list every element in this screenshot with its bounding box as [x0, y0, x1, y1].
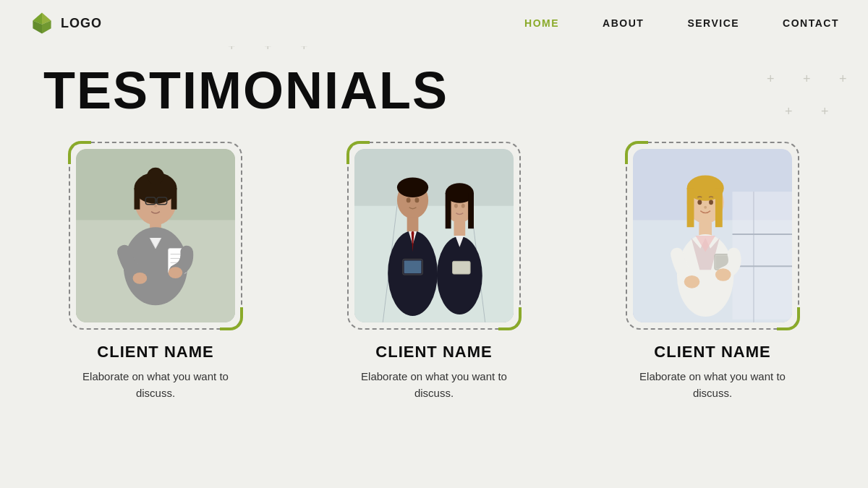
svg-point-42: [454, 204, 458, 208]
svg-point-56: [709, 200, 713, 205]
svg-rect-54: [715, 188, 723, 227]
client-description-2: Elaborate on what you want to discuss.: [354, 369, 514, 401]
navbar: LOGO HOME ABOUT SERVICE CONTACT: [0, 0, 868, 46]
svg-point-22: [133, 273, 148, 284]
svg-point-62: [684, 275, 700, 288]
logo-area[interactable]: LOGO: [29, 10, 102, 36]
nav-about[interactable]: ABOUT: [603, 17, 644, 29]
svg-point-32: [407, 197, 411, 202]
client-description-1: Elaborate on what you want to discuss.: [76, 369, 235, 401]
svg-point-29: [397, 177, 428, 197]
client-description-3: Elaborate on what you want to discuss.: [633, 369, 792, 401]
main-content: TESTIMONIALS: [0, 46, 868, 430]
svg-rect-53: [687, 188, 694, 227]
client-photo-3: [633, 149, 792, 322]
image-frame-1: [69, 142, 242, 330]
image-frame-2: [347, 142, 521, 330]
svg-rect-38: [446, 193, 451, 228]
svg-point-33: [414, 197, 419, 202]
svg-point-15: [154, 205, 157, 207]
testimonial-card-3: CLIENT NAME Elaborate on what you want t…: [600, 142, 825, 401]
nav-home[interactable]: HOME: [524, 17, 559, 29]
client-photo-1: [76, 149, 235, 322]
svg-rect-35: [404, 260, 422, 273]
svg-point-57: [704, 206, 707, 209]
testimonials-grid: CLIENT NAME Elaborate on what you want t…: [43, 142, 825, 401]
nav-service[interactable]: SERVICE: [687, 17, 739, 29]
svg-rect-44: [453, 261, 471, 274]
svg-point-63: [715, 268, 731, 281]
nav-links: HOME ABOUT SERVICE CONTACT: [524, 17, 839, 29]
client-photo-2: [354, 149, 514, 322]
svg-rect-47: [733, 192, 793, 320]
svg-rect-39: [468, 193, 474, 228]
client-name-1: CLIENT NAME: [97, 343, 213, 361]
testimonial-card-1: CLIENT NAME Elaborate on what you want t…: [43, 142, 268, 401]
svg-rect-9: [135, 188, 140, 209]
svg-point-43: [461, 204, 465, 208]
image-frame-3: [626, 142, 799, 330]
svg-point-40: [437, 236, 482, 314]
svg-rect-10: [171, 188, 177, 209]
nav-contact[interactable]: CONTACT: [783, 17, 839, 29]
logo-icon: [29, 10, 55, 36]
logo-text: LOGO: [61, 16, 102, 31]
testimonial-card-2: CLIENT NAME Elaborate on what you want t…: [322, 142, 546, 401]
svg-point-55: [697, 200, 702, 205]
svg-point-23: [169, 267, 183, 278]
svg-point-11: [147, 168, 164, 185]
client-name-2: CLIENT NAME: [375, 343, 492, 361]
page-title: TESTIMONIALS: [43, 61, 825, 120]
svg-rect-41: [454, 221, 466, 236]
svg-rect-31: [407, 217, 419, 231]
client-name-3: CLIENT NAME: [654, 343, 770, 361]
